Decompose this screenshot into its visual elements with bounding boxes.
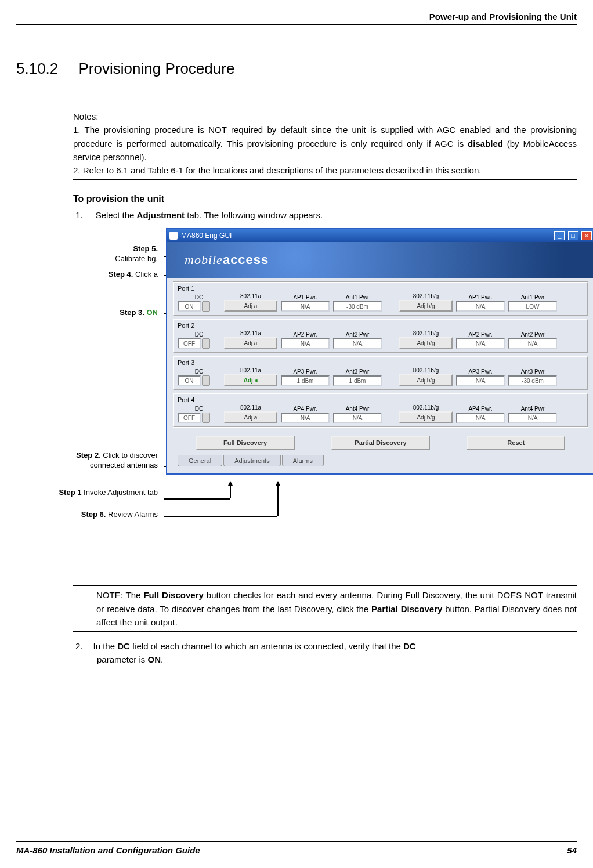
app-window: MA860 Eng GUI _ □ × mobileaccess Port 1 … xyxy=(166,228,593,475)
column-80211a: 802.11a xyxy=(224,404,277,411)
ap-pwr-field-2: N/A xyxy=(456,375,505,386)
arrow-step6-head xyxy=(276,481,280,486)
column-80211a: 802.11a xyxy=(224,367,277,374)
column-80211bg: 802.11b/g xyxy=(399,404,453,411)
section-title: Provisioning Procedure xyxy=(79,60,235,77)
titlebar: MA860 Eng GUI _ □ × xyxy=(167,229,593,242)
notes-item-1: 1. The provisioning procedure is NOT req… xyxy=(73,123,577,164)
port-label: Port 4 xyxy=(178,396,584,403)
dc-field: ON xyxy=(178,301,201,312)
header-chapter-title: Power-up and Provisioning the Unit xyxy=(16,12,577,21)
callout-step-3: Step 3. ON xyxy=(120,308,158,318)
ap-pwr-header: AP1 Pwr. xyxy=(281,294,330,301)
ant-pwr-field-2: N/A xyxy=(508,338,557,349)
tab-general[interactable]: General xyxy=(178,455,222,466)
section-number: 5.10.2 xyxy=(16,60,58,77)
callout-step-5: Step 5. Calibrate bg. xyxy=(115,244,158,264)
ap-pwr-header: AP4 Pwr. xyxy=(281,406,330,412)
column-80211bg: 802.11b/g xyxy=(399,330,453,337)
full-discovery-button[interactable]: Full Discovery xyxy=(196,436,295,450)
ant-pwr-field-2: -30 dBm xyxy=(508,375,557,386)
port-label: Port 2 xyxy=(178,322,584,329)
port-box-4: Port 4 DC OFF 802.11a Adj a AP4 Pwr. N/A… xyxy=(173,393,588,428)
page-number: 54 xyxy=(567,845,577,855)
subheading: To provision the unit xyxy=(73,194,577,204)
section-heading: 5.10.2 Provisioning Procedure xyxy=(16,60,577,78)
ap-pwr-field-2: N/A xyxy=(456,413,505,423)
dc-header: DC xyxy=(178,406,220,412)
ant-pwr-header: Ant4 Pwr xyxy=(333,406,382,412)
dc-toggle[interactable] xyxy=(202,338,210,349)
window-title: MA860 Eng GUI xyxy=(181,232,232,240)
arrow-step6-h xyxy=(164,516,277,517)
tab-adjustments[interactable]: Adjustments xyxy=(223,455,281,466)
ap-pwr-header: AP2 Pwr. xyxy=(281,331,330,338)
notes-block: Notes: 1. The provisioning procedure is … xyxy=(73,110,577,177)
discovery-buttons: Full Discovery Partial Discovery Reset xyxy=(173,430,588,455)
note-2: NOTE: The Full Discovery button checks f… xyxy=(96,588,577,629)
ant-pwr-header-2: Ant4 Pwr xyxy=(508,406,557,412)
tabs-row: GeneralAdjustmentsAlarms xyxy=(173,455,588,471)
notes-item-2: 2. Refer to 6.1 and Table 6-1 for the lo… xyxy=(73,164,577,177)
adj-bg-button[interactable]: Adj b/g xyxy=(399,374,453,386)
adj-a-button[interactable]: Adj a xyxy=(224,300,277,312)
ant-pwr-field: N/A xyxy=(333,413,382,423)
maximize-button[interactable]: □ xyxy=(568,231,578,240)
arrow-step6-v xyxy=(277,484,279,516)
ap-pwr-header-2: AP3 Pwr. xyxy=(456,368,505,375)
tab-alarms[interactable]: Alarms xyxy=(282,455,324,466)
dc-toggle[interactable] xyxy=(202,375,210,386)
ant-pwr-header: Ant3 Pwr xyxy=(333,368,382,375)
dc-header: DC xyxy=(178,368,220,375)
minimize-button[interactable]: _ xyxy=(554,231,565,240)
ap-pwr-field: N/A xyxy=(281,338,330,349)
adj-bg-button[interactable]: Adj b/g xyxy=(399,411,453,423)
column-80211bg: 802.11b/g xyxy=(399,367,453,374)
ant-pwr-header: Ant2 Pwr xyxy=(333,331,382,338)
dc-field: OFF xyxy=(178,413,201,423)
ant-pwr-field: -30 dBm xyxy=(333,301,382,312)
step-1-text: 1. Select the Adjustment tab. The follow… xyxy=(73,210,577,220)
ap-pwr-field-2: N/A xyxy=(456,301,505,312)
adj-a-button[interactable]: Adj a xyxy=(224,374,277,386)
reset-button[interactable]: Reset xyxy=(467,436,565,450)
note2-rule-bottom xyxy=(73,631,577,632)
ap-pwr-field-2: N/A xyxy=(456,338,505,349)
notes-rule-bottom xyxy=(73,179,577,180)
port-box-2: Port 2 DC OFF 802.11a Adj a AP2 Pwr. N/A… xyxy=(173,319,588,353)
notes-rule-top xyxy=(73,107,577,107)
ap-pwr-field: 1 dBm xyxy=(281,375,330,386)
adj-a-button[interactable]: Adj a xyxy=(224,411,277,423)
notes-label: Notes: xyxy=(73,110,577,123)
ap-pwr-field: N/A xyxy=(281,301,330,312)
column-80211bg: 802.11b/g xyxy=(399,293,453,299)
ant-pwr-header: Ant1 Pwr xyxy=(333,294,382,301)
port-label: Port 1 xyxy=(178,285,584,292)
adj-bg-button[interactable]: Adj b/g xyxy=(399,337,453,349)
app-icon xyxy=(169,232,178,240)
partial-discovery-button[interactable]: Partial Discovery xyxy=(331,436,430,450)
dc-toggle[interactable] xyxy=(202,413,210,423)
dc-header: DC xyxy=(178,331,220,338)
ant-pwr-field: N/A xyxy=(333,338,382,349)
ap-pwr-header-2: AP2 Pwr. xyxy=(456,331,505,338)
column-80211a: 802.11a xyxy=(224,293,277,299)
callout-step-2: Step 2. Click to discover connected ante… xyxy=(65,451,158,471)
arrow-step1-v xyxy=(230,484,231,498)
ap-pwr-header: AP3 Pwr. xyxy=(281,368,330,375)
dc-header: DC xyxy=(178,294,220,301)
ant-pwr-header-2: Ant1 Pwr xyxy=(508,294,557,301)
ap-pwr-field: N/A xyxy=(281,413,330,423)
close-button[interactable]: × xyxy=(581,231,592,240)
dc-field: ON xyxy=(178,375,201,386)
ant-pwr-header-2: Ant3 Pwr xyxy=(508,368,557,375)
dc-toggle[interactable] xyxy=(202,301,210,312)
adj-a-button[interactable]: Adj a xyxy=(224,337,277,349)
port-label: Port 3 xyxy=(178,359,584,366)
callout-step-6: Step 6. Review Alarms xyxy=(81,510,158,520)
adj-bg-button[interactable]: Adj b/g xyxy=(399,300,453,312)
dc-field: OFF xyxy=(178,338,201,349)
window-buttons: _ □ × xyxy=(553,231,592,240)
ant-pwr-field: 1 dBm xyxy=(333,375,382,386)
callout-step-4: Step 4. Click a xyxy=(109,270,158,280)
